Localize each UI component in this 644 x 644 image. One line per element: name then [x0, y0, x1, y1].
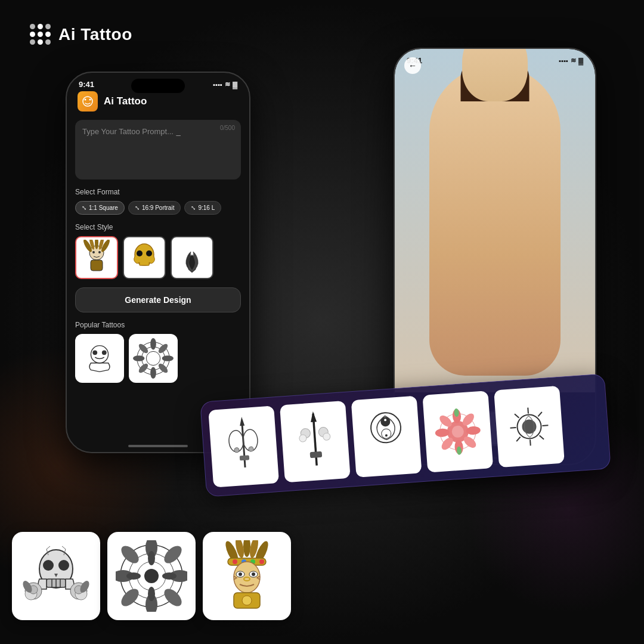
svg-point-110: [243, 540, 250, 557]
prompt-placeholder: Type Your Tattoo Prompt...: [82, 127, 174, 136]
svg-line-73: [515, 414, 519, 418]
svg-point-9: [92, 251, 95, 253]
svg-point-24: [150, 338, 156, 349]
svg-rect-44: [310, 451, 323, 458]
carousel-card-5[interactable]: [494, 386, 565, 467]
carousel-card-4[interactable]: [422, 391, 493, 472]
app-header-row: Ai Tattoo: [75, 91, 241, 112]
svg-point-107: [162, 572, 177, 580]
popular-card-skull[interactable]: [12, 532, 100, 620]
popular-section-bottom: [12, 532, 291, 620]
status-icons-left: ▪▪▪▪ ≋ ▓: [213, 80, 237, 88]
svg-point-102: [118, 586, 142, 609]
svg-line-70: [530, 439, 531, 445]
square-icon: ⤡: [82, 205, 86, 211]
svg-point-121: [239, 572, 242, 576]
signal-icon-right: ▪▪▪▪: [559, 57, 568, 64]
prompt-counter: 0/500: [220, 125, 235, 131]
format-portrait[interactable]: ⤡ 16:9 Portrait: [128, 201, 181, 215]
portrait-icon: ⤡: [135, 205, 140, 211]
style-grid: [75, 236, 241, 279]
status-time-left: 9:41: [79, 80, 94, 89]
svg-point-51: [381, 429, 391, 439]
svg-point-19: [92, 350, 97, 355]
signal-icon: ▪▪▪▪: [213, 81, 222, 88]
svg-point-27: [162, 355, 174, 361]
landscape-icon: ⤡: [191, 205, 196, 211]
svg-line-75: [538, 412, 542, 416]
prompt-box[interactable]: 0/500 Type Your Tattoo Prompt... _: [75, 120, 241, 179]
popular-card-1-phone[interactable]: [75, 334, 124, 383]
svg-point-100: [118, 543, 142, 566]
style-card-1[interactable]: [75, 236, 118, 279]
carousel-card-3[interactable]: [351, 396, 422, 478]
format-square-label: 1:1 Square: [89, 205, 118, 211]
carousel-card-2[interactable]: [280, 401, 351, 482]
svg-line-71: [510, 428, 516, 428]
svg-point-101: [161, 543, 185, 566]
format-landscape-label: 9:16 L: [198, 205, 215, 211]
svg-point-125: [242, 596, 252, 605]
back-button[interactable]: ←: [404, 57, 421, 74]
app-name: Ai Tattoo: [58, 25, 132, 44]
svg-point-20: [102, 350, 107, 355]
home-indicator-left: [128, 445, 188, 447]
style-label: Select Style: [75, 223, 241, 231]
svg-point-105: [148, 587, 155, 601]
svg-point-0: [83, 97, 92, 106]
svg-marker-36: [239, 417, 244, 426]
style-card-3[interactable]: [171, 236, 213, 279]
popular-card-mandala[interactable]: [107, 532, 196, 620]
svg-point-14: [146, 250, 152, 256]
battery-icon-right: ▓: [578, 57, 583, 64]
camera-view: ← † 🦋: [395, 49, 595, 392]
svg-line-76: [516, 437, 521, 441]
svg-point-41: [249, 447, 254, 452]
svg-rect-37: [240, 455, 250, 460]
wifi-icon: ≋: [225, 80, 230, 88]
format-landscape[interactable]: ⤡ 9:16 L: [184, 201, 221, 215]
person-display: † 🦋: [395, 49, 595, 392]
svg-point-95: [144, 569, 159, 583]
svg-point-123: [252, 572, 255, 576]
popular-card-aztec[interactable]: [203, 532, 291, 620]
svg-rect-11: [91, 260, 103, 271]
svg-point-46: [299, 435, 307, 442]
app-header-logo: Ai Tattoo: [30, 24, 132, 45]
popular-card-2-phone[interactable]: [129, 334, 178, 383]
svg-point-2: [89, 99, 91, 101]
svg-point-1: [85, 99, 86, 101]
svg-point-13: [137, 250, 143, 256]
back-icon: ←: [408, 61, 417, 70]
wifi-icon-right: ≋: [571, 57, 576, 64]
svg-point-26: [133, 355, 144, 361]
popular-label: Popular Tattoos: [75, 321, 241, 329]
format-options: ⤡ 1:1 Square ⤡ 16:9 Portrait ⤡ 9:16 L: [75, 201, 241, 215]
svg-point-78: [43, 560, 54, 571]
style-card-2[interactable]: [123, 236, 166, 279]
popular-grid-phone: [75, 334, 241, 383]
cursor-blink: _: [176, 127, 180, 136]
format-portrait-label: 16:9 Portrait: [142, 205, 174, 211]
status-bar-right: 9:41 ▪▪▪▪ ≋ ▓: [395, 49, 595, 67]
svg-point-103: [161, 586, 185, 609]
carousel-card-1[interactable]: [208, 405, 279, 487]
generate-button[interactable]: Generate Design: [75, 287, 241, 312]
svg-point-114: [233, 559, 237, 564]
svg-line-72: [542, 425, 548, 426]
tattoo-carousel: [200, 373, 611, 497]
person-body: † 🦋: [429, 66, 561, 376]
phone-left-content: Ai Tattoo 0/500 Type Your Tattoo Prompt.…: [67, 91, 249, 383]
app-title-phone: Ai Tattoo: [104, 95, 147, 107]
dynamic-island-left: [131, 79, 185, 93]
svg-point-10: [98, 251, 101, 253]
format-square[interactable]: ⤡ 1:1 Square: [75, 201, 125, 215]
svg-point-68: [522, 419, 537, 435]
format-label: Select Format: [75, 188, 241, 196]
svg-point-48: [323, 433, 330, 441]
logo-icon: [30, 24, 51, 45]
svg-point-25: [150, 367, 156, 379]
status-icons-right: ▪▪▪▪ ≋ ▓: [559, 57, 583, 64]
left-phone: 9:41 ▪▪▪▪ ≋ ▓ Ai Tattoo 0/500 Type Your …: [66, 72, 250, 453]
app-icon: [78, 91, 98, 112]
